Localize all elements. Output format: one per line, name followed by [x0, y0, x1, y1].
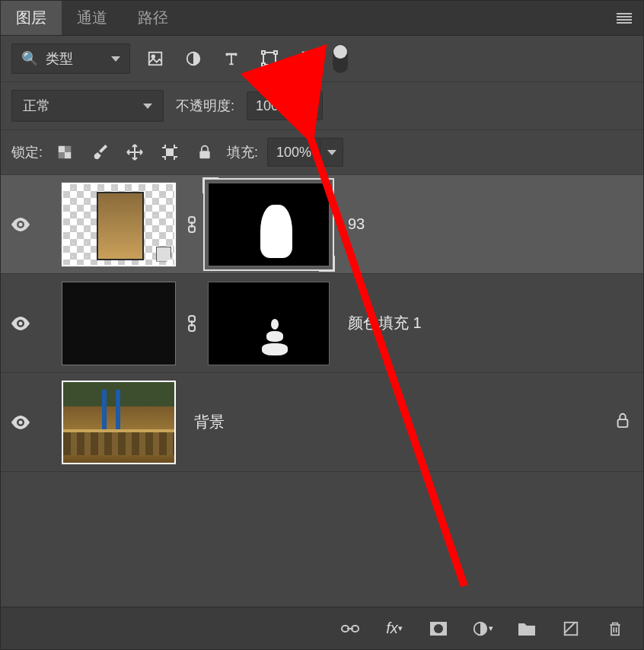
- chevron-down-icon: [327, 150, 336, 155]
- panel-tabs: 图层 通道 路径: [1, 1, 643, 36]
- hamburger-icon: [617, 13, 632, 24]
- link-icon[interactable]: [182, 216, 202, 233]
- filter-smartobject-icon[interactable]: [295, 46, 320, 72]
- opacity-dropdown[interactable]: [300, 91, 323, 120]
- visibility-toggle[interactable]: [7, 416, 34, 429]
- visibility-toggle[interactable]: [7, 218, 34, 231]
- layer-thumbnail[interactable]: [62, 381, 176, 464]
- fill-dropdown[interactable]: [320, 138, 343, 167]
- lock-label: 锁定:: [11, 143, 43, 161]
- panel-menu-button[interactable]: [605, 1, 643, 35]
- filter-type-icon[interactable]: [218, 46, 244, 72]
- svg-rect-4: [262, 51, 265, 54]
- chevron-down-icon: [143, 104, 152, 109]
- filter-toggle[interactable]: [333, 44, 348, 73]
- link-icon[interactable]: [182, 315, 202, 332]
- search-icon: 🔍: [21, 50, 38, 67]
- layer-name[interactable]: 93: [348, 215, 365, 233]
- new-group-button[interactable]: [514, 616, 540, 642]
- layer-mask-thumbnail[interactable]: [208, 282, 330, 365]
- chevron-down-icon: [307, 104, 316, 109]
- layer-thumbnail[interactable]: [62, 183, 176, 266]
- lock-brush-icon[interactable]: [87, 139, 113, 165]
- link-layers-button[interactable]: [337, 616, 363, 642]
- svg-point-22: [19, 420, 23, 424]
- svg-rect-7: [274, 63, 277, 66]
- filter-adjustment-icon[interactable]: [180, 46, 206, 72]
- tab-paths[interactable]: 路径: [123, 1, 183, 35]
- lock-all-icon[interactable]: [192, 139, 218, 165]
- lock-position-icon[interactable]: [122, 139, 148, 165]
- tab-channels[interactable]: 通道: [62, 1, 123, 35]
- chevron-down-icon: [111, 56, 120, 62]
- layer-thumbnail[interactable]: [62, 282, 176, 365]
- svg-rect-30: [565, 622, 578, 635]
- lock-icon: [614, 411, 631, 433]
- opacity-label: 不透明度:: [176, 97, 234, 115]
- tab-layers[interactable]: 图层: [1, 1, 62, 35]
- svg-rect-8: [59, 146, 65, 152]
- fx-button[interactable]: fx▾: [381, 616, 407, 642]
- svg-rect-13: [199, 151, 209, 158]
- visibility-toggle[interactable]: [7, 317, 34, 330]
- new-adjustment-button[interactable]: ▾: [470, 616, 496, 642]
- svg-point-1: [151, 55, 155, 58]
- svg-rect-10: [65, 146, 71, 152]
- filter-type-label: 类型: [46, 49, 73, 68]
- filter-pixel-icon[interactable]: [142, 46, 168, 72]
- svg-point-28: [434, 624, 443, 633]
- svg-rect-12: [167, 149, 173, 155]
- blend-mode-label: 正常: [23, 97, 50, 115]
- add-mask-button[interactable]: [426, 616, 451, 642]
- filter-shape-icon[interactable]: [257, 46, 282, 72]
- blend-row: 正常 不透明度: 100%: [1, 82, 643, 130]
- layer-name[interactable]: 背景: [194, 412, 225, 432]
- blend-mode-select[interactable]: 正常: [11, 90, 164, 122]
- layer-row[interactable]: 颜色填充 1: [1, 274, 643, 373]
- svg-rect-11: [59, 152, 65, 158]
- fill-input[interactable]: 100%: [267, 138, 320, 167]
- fill-label: 填充:: [227, 143, 258, 161]
- filter-row: 🔍 类型: [1, 36, 643, 82]
- layer-mask-thumbnail[interactable]: [208, 183, 330, 266]
- svg-rect-6: [262, 63, 265, 66]
- opacity-input[interactable]: 100%: [247, 91, 300, 120]
- lock-transparency-icon[interactable]: [52, 139, 78, 165]
- new-layer-button[interactable]: [558, 616, 584, 642]
- layers-list: 93 颜色填充 1 背景: [1, 175, 643, 607]
- layer-name[interactable]: 颜色填充 1: [348, 313, 422, 333]
- svg-rect-23: [618, 419, 628, 427]
- layer-row[interactable]: 背景: [1, 373, 643, 472]
- delete-layer-button[interactable]: [602, 616, 628, 642]
- svg-point-18: [19, 321, 23, 325]
- panel-footer: fx▾ ▾: [1, 607, 643, 649]
- lock-artboard-icon[interactable]: [157, 139, 183, 165]
- lock-row: 锁定: 填充: 100%: [1, 130, 643, 175]
- svg-rect-5: [274, 51, 277, 54]
- svg-rect-9: [65, 152, 71, 158]
- svg-point-14: [19, 222, 23, 226]
- filter-type-select[interactable]: 🔍 类型: [11, 43, 130, 74]
- layer-row[interactable]: 93: [1, 175, 643, 274]
